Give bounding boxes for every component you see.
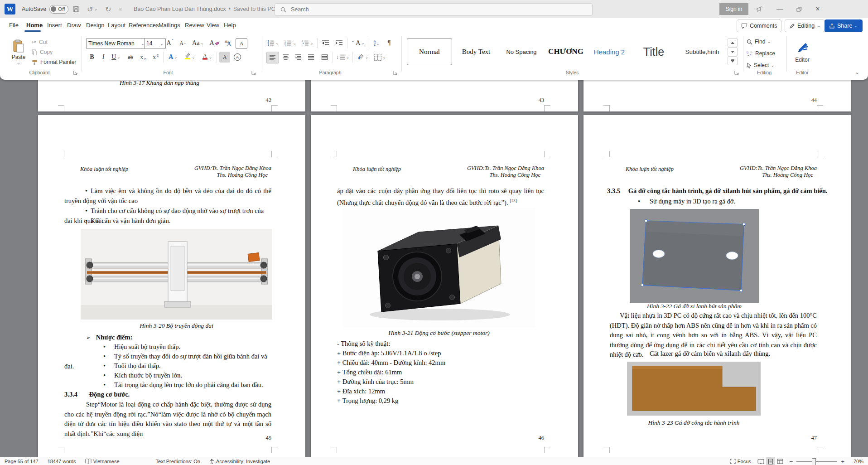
customize-quick-access-button[interactable]: ≂	[119, 0, 122, 18]
focus-mode-button[interactable]: Focus	[725, 457, 756, 465]
figure-belt-drive[interactable]	[81, 229, 272, 320]
font-family-selector[interactable]: Times New Roman⌄	[86, 38, 147, 49]
character-border-button[interactable]: A	[236, 38, 247, 49]
undo-button[interactable]: ↺⌄	[87, 0, 97, 18]
grow-font-button[interactable]: Aˆ	[164, 38, 176, 48]
styles-group-label: Styles	[407, 70, 738, 75]
search-box[interactable]	[275, 3, 593, 16]
copy-button[interactable]: Copy	[32, 48, 53, 56]
asian-layout-button[interactable]: ↔A⌄	[350, 38, 366, 48]
strikethrough-button[interactable]: ab	[125, 52, 136, 63]
close-button[interactable]: ×	[808, 0, 827, 18]
page-indicator[interactable]: Page 55 of 147	[0, 457, 43, 465]
show-formatting-marks-button[interactable]: ¶	[384, 38, 394, 48]
align-center-button[interactable]	[280, 52, 292, 63]
cut-button[interactable]: ✂ Cut	[32, 38, 48, 46]
zoom-level[interactable]: 70%	[849, 457, 868, 465]
figure-limit-switch-bracket[interactable]	[627, 362, 761, 416]
proofing-status[interactable]: Vietnamese	[81, 457, 124, 465]
redo-button[interactable]: ↻	[105, 0, 111, 18]
autosave-toggle[interactable]: AutoSave Off	[22, 0, 68, 18]
distribute-text-button[interactable]	[318, 52, 331, 63]
shading-button[interactable]: ⌄	[355, 52, 371, 63]
crop-mark	[271, 447, 278, 453]
styles-dialog-launcher[interactable]	[734, 70, 739, 75]
read-mode-button[interactable]	[756, 457, 766, 465]
paste-button[interactable]: Paste ⌄	[8, 36, 29, 68]
word-count[interactable]: 18447 words	[43, 457, 81, 465]
change-case-button[interactable]: Aa⌄	[190, 38, 206, 48]
decrease-indent-button[interactable]	[320, 38, 332, 48]
document-title-group[interactable]: Bao Cao Phan Loại Dán Thùng.docx • Saved…	[134, 0, 281, 18]
text-predictions-status[interactable]: Text Predictions: On	[151, 457, 205, 465]
paragraph-text: áp đặt vào các cuộn dây phần ứng thay đổ…	[337, 187, 544, 206]
replace-button[interactable]: bc Replace	[747, 49, 775, 58]
web-layout-button[interactable]	[775, 457, 785, 465]
numbered-list-button[interactable]: 123⌄	[283, 38, 298, 48]
save-button[interactable]	[72, 0, 80, 18]
font-color-button[interactable]: A ⌄	[199, 52, 215, 63]
zoom-slider-thumb[interactable]	[812, 458, 816, 465]
zoom-in-button[interactable]: +	[841, 458, 844, 465]
collapse-ribbon-button[interactable]: ⌄	[852, 68, 863, 76]
align-left-button[interactable]	[266, 52, 279, 63]
figure-suction-cylinder-bracket[interactable]	[630, 209, 759, 303]
styles-scroll-up-button[interactable]	[728, 38, 738, 47]
styles-scroll-down-button[interactable]	[728, 47, 738, 56]
editor-label: Editor	[795, 57, 809, 63]
underline-button[interactable]: U⌄	[109, 52, 123, 63]
zoom-out-button[interactable]: −	[790, 458, 793, 465]
select-button[interactable]: Select⌄	[747, 61, 775, 70]
font-dialog-launcher[interactable]	[251, 70, 256, 75]
style-body-text[interactable]: Body Text	[454, 38, 498, 65]
superscript-button[interactable]: x2	[150, 52, 161, 63]
format-painter-button[interactable]: Format Painter	[32, 58, 76, 66]
comments-button[interactable]: Comments	[737, 19, 781, 32]
clear-formatting-button[interactable]: A	[208, 38, 220, 48]
clipboard-dialog-launcher[interactable]	[72, 70, 78, 75]
style-no-spacing[interactable]: No Spacing	[500, 38, 543, 65]
line-spacing-button[interactable]: ↕ ⌄	[335, 52, 351, 63]
style-chuong[interactable]: CHƯƠNG	[545, 38, 587, 65]
style-title[interactable]: Title	[632, 38, 676, 65]
multilevel-list-button[interactable]: 1ai⌄	[300, 38, 315, 48]
align-right-button[interactable]	[293, 52, 304, 63]
search-input[interactable]	[290, 6, 564, 13]
subscript-button[interactable]: x2	[138, 52, 149, 63]
styles-gallery-more-button[interactable]	[728, 56, 738, 65]
print-layout-button[interactable]	[766, 457, 775, 465]
editing-mode-button[interactable]: Editing ⌄	[785, 19, 825, 32]
increase-indent-button[interactable]	[333, 38, 345, 48]
zoom-slider[interactable]	[796, 461, 837, 462]
cons-item: •Kích thước bộ truyền lớn.	[64, 371, 271, 381]
italic-button[interactable]: I	[99, 52, 108, 63]
justify-button[interactable]	[305, 52, 317, 63]
style-subtitle-hinh[interactable]: Subtitle,hình	[678, 38, 727, 65]
paragraph-dialog-launcher[interactable]	[392, 70, 398, 75]
style-heading-2[interactable]: Heading 2	[589, 38, 630, 65]
coming-soon-megaphone-button[interactable]	[756, 0, 763, 18]
figure-stepper-motor[interactable]	[342, 208, 535, 328]
editor-button[interactable]: Editor	[790, 36, 815, 68]
tab-help[interactable]: Help	[218, 18, 241, 32]
text-effects-button[interactable]: A⌄	[166, 52, 180, 63]
phonetic-guide-button[interactable]: abcA	[222, 38, 234, 48]
share-button[interactable]: Share ⌄	[825, 19, 863, 32]
sign-in-button[interactable]: Sign in	[719, 3, 748, 15]
borders-button[interactable]: ⌄	[372, 52, 388, 63]
word-app-icon[interactable]: W	[5, 0, 15, 18]
find-button[interactable]: Find⌄	[747, 37, 771, 46]
bold-button[interactable]: B	[87, 52, 97, 63]
sort-button[interactable]: AZ↓	[371, 38, 382, 48]
font-size-selector[interactable]: 14⌄	[144, 38, 166, 49]
minimize-button[interactable]: —	[770, 0, 789, 18]
shrink-font-button[interactable]: Aˇ	[177, 38, 188, 48]
bullet-list-button[interactable]: ⌄	[265, 38, 281, 48]
highlight-color-button[interactable]: ⌄	[182, 52, 198, 63]
style-normal[interactable]: Normal	[407, 38, 452, 65]
enclose-characters-button[interactable]: A	[232, 52, 243, 63]
restore-button[interactable]	[789, 0, 808, 18]
accessibility-status[interactable]: Accessibility: Investigate	[205, 457, 275, 465]
svg-text:3: 3	[285, 44, 286, 47]
character-shading-button[interactable]: A	[219, 52, 230, 63]
